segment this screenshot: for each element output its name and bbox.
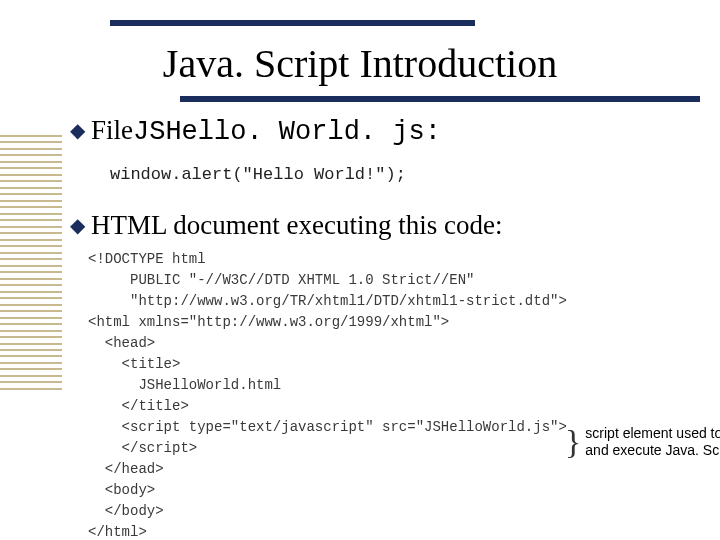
bullet-file-prefix: File — [91, 115, 133, 146]
bullet-html-text: HTML document executing this code: — [91, 210, 502, 241]
code-snippet-html: <!DOCTYPE html PUBLIC "-//W3C//DTD XHTML… — [88, 249, 700, 540]
callout-script-element: } script element used to load and execut… — [565, 423, 720, 461]
brace-icon: } — [565, 423, 581, 461]
decorative-stripes — [0, 135, 62, 390]
bullet-diamond-icon: ◆ — [70, 118, 85, 142]
bullet-html: ◆ HTML document executing this code: — [70, 210, 700, 241]
bullet-file: ◆ File JSHello. World. js: — [70, 115, 700, 147]
bullet-file-filename: JSHello. World. js: — [133, 117, 441, 147]
callout-text: script element used to load and execute … — [585, 425, 720, 460]
bullet-diamond-icon: ◆ — [70, 213, 85, 237]
slide-title: Java. Script Introduction — [0, 40, 720, 87]
title-rule-top — [110, 20, 475, 26]
title-rule-bottom — [180, 96, 700, 102]
code-snippet-js: window.alert("Hello World!"); — [100, 159, 416, 190]
